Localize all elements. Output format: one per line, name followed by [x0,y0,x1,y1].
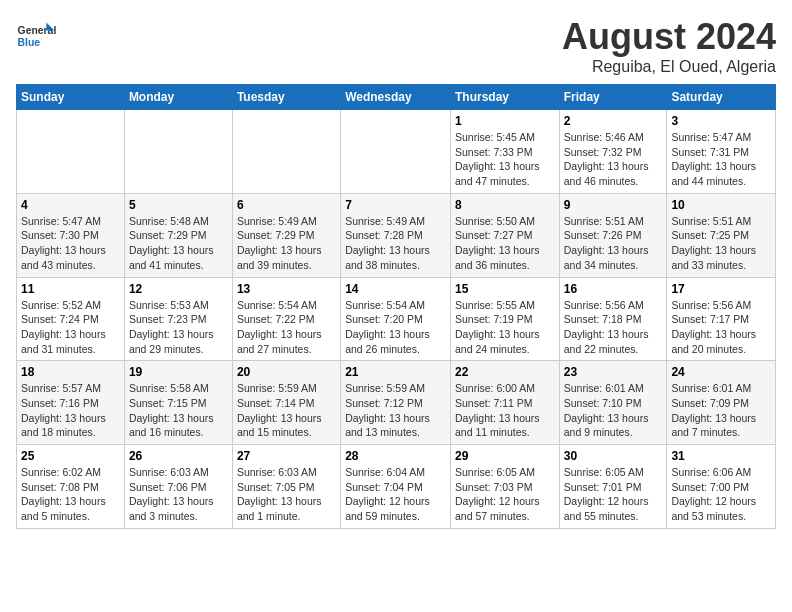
day-number: 22 [455,365,555,379]
day-info: Sunrise: 6:01 AM Sunset: 7:09 PM Dayligh… [671,381,771,440]
col-saturday: Saturday [667,85,776,110]
day-number: 19 [129,365,228,379]
day-number: 16 [564,282,663,296]
day-info: Sunrise: 5:55 AM Sunset: 7:19 PM Dayligh… [455,298,555,357]
day-info: Sunrise: 5:49 AM Sunset: 7:29 PM Dayligh… [237,214,336,273]
day-number: 4 [21,198,120,212]
svg-text:Blue: Blue [18,37,41,48]
calendar-cell: 28Sunrise: 6:04 AM Sunset: 7:04 PM Dayli… [341,445,451,529]
calendar-cell: 31Sunrise: 6:06 AM Sunset: 7:00 PM Dayli… [667,445,776,529]
day-number: 6 [237,198,336,212]
day-number: 5 [129,198,228,212]
day-info: Sunrise: 5:59 AM Sunset: 7:14 PM Dayligh… [237,381,336,440]
day-number: 20 [237,365,336,379]
day-info: Sunrise: 5:56 AM Sunset: 7:18 PM Dayligh… [564,298,663,357]
day-info: Sunrise: 5:45 AM Sunset: 7:33 PM Dayligh… [455,130,555,189]
day-number: 15 [455,282,555,296]
calendar-cell: 18Sunrise: 5:57 AM Sunset: 7:16 PM Dayli… [17,361,125,445]
calendar-cell: 22Sunrise: 6:00 AM Sunset: 7:11 PM Dayli… [450,361,559,445]
day-number: 1 [455,114,555,128]
day-number: 13 [237,282,336,296]
day-info: Sunrise: 6:05 AM Sunset: 7:03 PM Dayligh… [455,465,555,524]
calendar-cell: 11Sunrise: 5:52 AM Sunset: 7:24 PM Dayli… [17,277,125,361]
day-info: Sunrise: 5:58 AM Sunset: 7:15 PM Dayligh… [129,381,228,440]
title-block: August 2024 Reguiba, El Oued, Algeria [562,16,776,76]
calendar-cell: 1Sunrise: 5:45 AM Sunset: 7:33 PM Daylig… [450,110,559,194]
calendar-cell: 13Sunrise: 5:54 AM Sunset: 7:22 PM Dayli… [232,277,340,361]
location: Reguiba, El Oued, Algeria [562,58,776,76]
day-number: 25 [21,449,120,463]
day-info: Sunrise: 6:02 AM Sunset: 7:08 PM Dayligh… [21,465,120,524]
day-info: Sunrise: 6:00 AM Sunset: 7:11 PM Dayligh… [455,381,555,440]
col-wednesday: Wednesday [341,85,451,110]
calendar-cell: 10Sunrise: 5:51 AM Sunset: 7:25 PM Dayli… [667,193,776,277]
header-row: Sunday Monday Tuesday Wednesday Thursday… [17,85,776,110]
month-title: August 2024 [562,16,776,58]
page-header: General Blue August 2024 Reguiba, El Oue… [16,16,776,76]
calendar-cell: 30Sunrise: 6:05 AM Sunset: 7:01 PM Dayli… [559,445,667,529]
day-info: Sunrise: 5:46 AM Sunset: 7:32 PM Dayligh… [564,130,663,189]
day-info: Sunrise: 5:56 AM Sunset: 7:17 PM Dayligh… [671,298,771,357]
calendar-cell: 2Sunrise: 5:46 AM Sunset: 7:32 PM Daylig… [559,110,667,194]
col-sunday: Sunday [17,85,125,110]
calendar-week-2: 4Sunrise: 5:47 AM Sunset: 7:30 PM Daylig… [17,193,776,277]
day-info: Sunrise: 5:47 AM Sunset: 7:30 PM Dayligh… [21,214,120,273]
day-info: Sunrise: 6:03 AM Sunset: 7:05 PM Dayligh… [237,465,336,524]
day-number: 23 [564,365,663,379]
day-info: Sunrise: 5:59 AM Sunset: 7:12 PM Dayligh… [345,381,446,440]
calendar-cell: 19Sunrise: 5:58 AM Sunset: 7:15 PM Dayli… [124,361,232,445]
logo: General Blue [16,16,60,56]
calendar: Sunday Monday Tuesday Wednesday Thursday… [16,84,776,529]
day-number: 2 [564,114,663,128]
day-number: 14 [345,282,446,296]
calendar-cell: 23Sunrise: 6:01 AM Sunset: 7:10 PM Dayli… [559,361,667,445]
day-info: Sunrise: 5:47 AM Sunset: 7:31 PM Dayligh… [671,130,771,189]
calendar-cell: 12Sunrise: 5:53 AM Sunset: 7:23 PM Dayli… [124,277,232,361]
calendar-cell [124,110,232,194]
day-info: Sunrise: 6:03 AM Sunset: 7:06 PM Dayligh… [129,465,228,524]
day-number: 28 [345,449,446,463]
day-number: 18 [21,365,120,379]
calendar-cell: 20Sunrise: 5:59 AM Sunset: 7:14 PM Dayli… [232,361,340,445]
calendar-cell: 5Sunrise: 5:48 AM Sunset: 7:29 PM Daylig… [124,193,232,277]
col-tuesday: Tuesday [232,85,340,110]
calendar-cell: 6Sunrise: 5:49 AM Sunset: 7:29 PM Daylig… [232,193,340,277]
calendar-cell: 7Sunrise: 5:49 AM Sunset: 7:28 PM Daylig… [341,193,451,277]
day-info: Sunrise: 5:57 AM Sunset: 7:16 PM Dayligh… [21,381,120,440]
day-number: 26 [129,449,228,463]
day-number: 8 [455,198,555,212]
day-number: 31 [671,449,771,463]
day-number: 30 [564,449,663,463]
calendar-cell: 15Sunrise: 5:55 AM Sunset: 7:19 PM Dayli… [450,277,559,361]
calendar-week-1: 1Sunrise: 5:45 AM Sunset: 7:33 PM Daylig… [17,110,776,194]
calendar-cell: 25Sunrise: 6:02 AM Sunset: 7:08 PM Dayli… [17,445,125,529]
calendar-cell: 26Sunrise: 6:03 AM Sunset: 7:06 PM Dayli… [124,445,232,529]
day-info: Sunrise: 6:06 AM Sunset: 7:00 PM Dayligh… [671,465,771,524]
calendar-week-4: 18Sunrise: 5:57 AM Sunset: 7:16 PM Dayli… [17,361,776,445]
calendar-cell [341,110,451,194]
col-thursday: Thursday [450,85,559,110]
day-info: Sunrise: 5:51 AM Sunset: 7:26 PM Dayligh… [564,214,663,273]
col-monday: Monday [124,85,232,110]
calendar-cell [17,110,125,194]
calendar-cell: 29Sunrise: 6:05 AM Sunset: 7:03 PM Dayli… [450,445,559,529]
day-info: Sunrise: 5:54 AM Sunset: 7:20 PM Dayligh… [345,298,446,357]
calendar-week-3: 11Sunrise: 5:52 AM Sunset: 7:24 PM Dayli… [17,277,776,361]
calendar-cell [232,110,340,194]
calendar-cell: 21Sunrise: 5:59 AM Sunset: 7:12 PM Dayli… [341,361,451,445]
day-info: Sunrise: 5:49 AM Sunset: 7:28 PM Dayligh… [345,214,446,273]
calendar-week-5: 25Sunrise: 6:02 AM Sunset: 7:08 PM Dayli… [17,445,776,529]
day-number: 21 [345,365,446,379]
calendar-cell: 27Sunrise: 6:03 AM Sunset: 7:05 PM Dayli… [232,445,340,529]
day-number: 27 [237,449,336,463]
day-number: 24 [671,365,771,379]
day-info: Sunrise: 6:01 AM Sunset: 7:10 PM Dayligh… [564,381,663,440]
calendar-cell: 3Sunrise: 5:47 AM Sunset: 7:31 PM Daylig… [667,110,776,194]
day-info: Sunrise: 5:54 AM Sunset: 7:22 PM Dayligh… [237,298,336,357]
day-number: 3 [671,114,771,128]
calendar-cell: 8Sunrise: 5:50 AM Sunset: 7:27 PM Daylig… [450,193,559,277]
day-number: 29 [455,449,555,463]
calendar-cell: 16Sunrise: 5:56 AM Sunset: 7:18 PM Dayli… [559,277,667,361]
day-number: 7 [345,198,446,212]
day-info: Sunrise: 5:53 AM Sunset: 7:23 PM Dayligh… [129,298,228,357]
